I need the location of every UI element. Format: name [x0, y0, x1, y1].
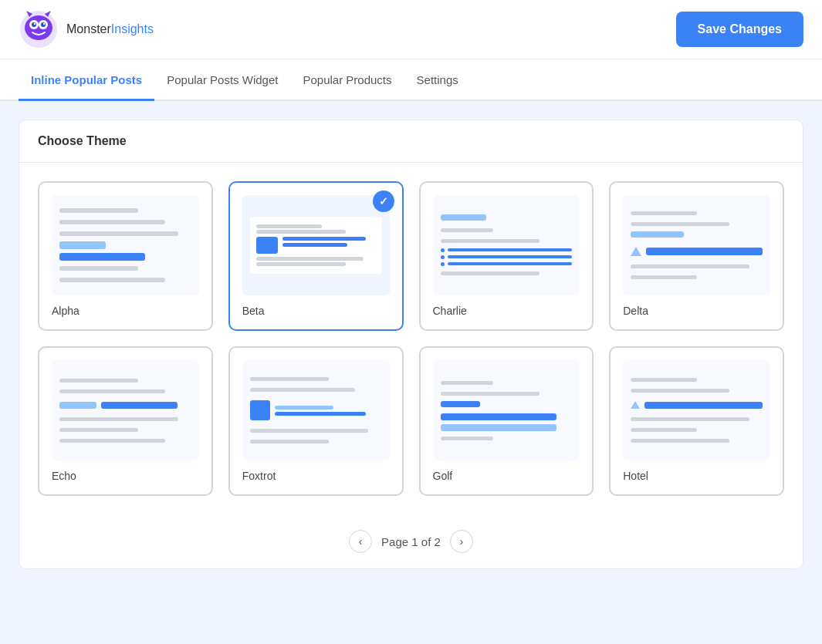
tab-popular-posts-widget[interactable]: Popular Posts Widget: [154, 59, 290, 101]
page-label: Page: [381, 535, 408, 548]
foxtrot-preview: [242, 360, 390, 460]
theme-card-alpha[interactable]: Alpha: [38, 181, 213, 331]
logo-insights-text: Insights: [111, 22, 154, 35]
tab-inline-popular-posts[interactable]: Inline Popular Posts: [19, 59, 154, 101]
theme-section: Choose Theme Alpha ✓: [19, 120, 803, 569]
selected-check-badge: ✓: [373, 191, 394, 212]
main-content: Choose Theme Alpha ✓: [0, 101, 822, 588]
charlie-theme-name: Charlie: [433, 305, 580, 317]
foxtrot-theme-name: Foxtrot: [242, 470, 390, 482]
prev-page-button[interactable]: ‹: [349, 530, 372, 553]
echo-preview: [52, 360, 199, 460]
choose-theme-label: Choose Theme: [38, 134, 127, 147]
beta-preview: [242, 195, 390, 295]
echo-theme-name: Echo: [52, 470, 199, 482]
of-label: of: [421, 535, 431, 548]
theme-grid: Alpha ✓: [19, 163, 803, 514]
svg-point-1: [25, 15, 52, 40]
alpha-theme-name: Alpha: [52, 305, 199, 317]
delta-theme-name: Delta: [623, 305, 770, 317]
theme-card-foxtrot[interactable]: Foxtrot: [228, 346, 404, 496]
svg-point-4: [32, 22, 36, 27]
delta-preview: [623, 195, 770, 295]
tab-popular-products[interactable]: Popular Products: [290, 59, 404, 101]
hotel-theme-name: Hotel: [623, 470, 770, 482]
beta-theme-name: Beta: [242, 305, 390, 317]
theme-card-golf[interactable]: Golf: [419, 346, 594, 496]
theme-card-beta[interactable]: ✓: [228, 181, 404, 331]
logo-monster-text: Monster: [66, 22, 111, 35]
theme-section-header: Choose Theme: [19, 120, 803, 163]
theme-card-delta[interactable]: Delta: [609, 181, 784, 331]
app-header: MonsterInsights Save Changes: [0, 0, 822, 59]
tab-settings[interactable]: Settings: [404, 59, 471, 101]
total-pages: 2: [435, 535, 441, 548]
golf-preview: [433, 360, 580, 460]
svg-point-7: [43, 23, 45, 25]
monster-logo-icon: [19, 9, 59, 49]
charlie-preview: [433, 195, 580, 295]
current-page: 1: [411, 535, 418, 548]
golf-theme-name: Golf: [433, 470, 580, 482]
theme-card-hotel[interactable]: Hotel: [609, 346, 784, 496]
svg-point-5: [41, 22, 46, 27]
theme-card-charlie[interactable]: Charlie: [419, 181, 594, 331]
next-page-button[interactable]: ›: [450, 530, 473, 553]
svg-point-6: [34, 23, 36, 25]
theme-card-echo[interactable]: Echo: [38, 346, 213, 496]
hotel-preview: [623, 360, 770, 460]
logo-text: MonsterInsights: [66, 22, 154, 36]
logo-area: MonsterInsights: [19, 9, 154, 49]
pagination: ‹ Page 1 of 2 ›: [19, 514, 803, 568]
save-changes-button[interactable]: Save Changes: [676, 12, 803, 47]
tabs-nav: Inline Popular Posts Popular Posts Widge…: [0, 59, 822, 101]
alpha-preview: [52, 195, 199, 295]
page-info: Page 1 of 2: [381, 535, 441, 548]
